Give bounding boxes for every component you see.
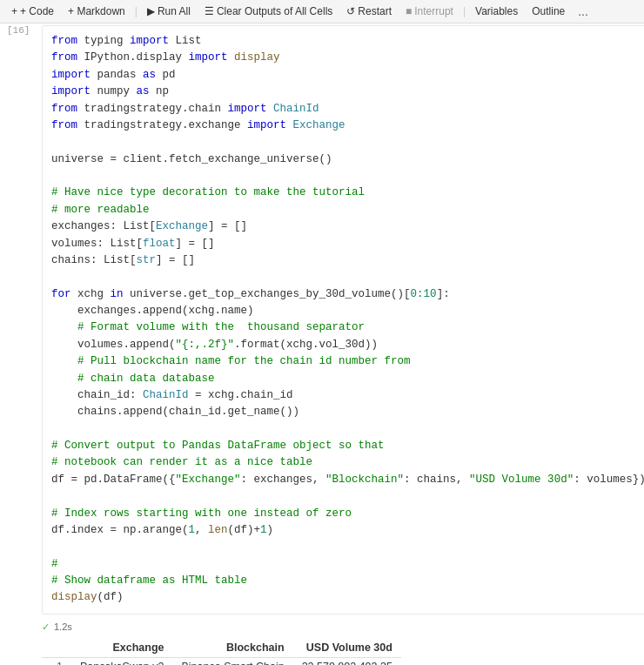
col-header-exchange: Exchange [71,638,173,658]
interrupt-icon: ■ [406,5,412,17]
variables-label: Variables [475,5,518,17]
markdown-label: + Markdown [68,5,125,17]
outline-button[interactable]: Outline [527,3,569,19]
plus-icon: + [11,5,17,17]
variables-button[interactable]: Variables [471,3,522,19]
cell-execution-count: [16] [0,24,35,36]
run-all-button[interactable]: ▶ Run All [143,3,195,19]
interrupt-button[interactable]: ■ Interrupt [401,3,458,19]
add-code-button[interactable]: + + Code [7,3,58,19]
output-status: ✓ 1.2s [35,620,644,635]
check-icon: ✓ [42,621,50,633]
clear-icon: ☰ [205,5,214,17]
separator-2: | [463,5,466,17]
execution-time: 1.2s [54,621,72,632]
restart-label: Restart [358,5,392,17]
outline-label: Outline [532,5,565,17]
restart-button[interactable]: ↺ Restart [342,3,396,19]
data-table: Exchange Blockchain USD Volume 30d 1Panc… [42,638,401,665]
toolbar: + + Code + Markdown | ▶ Run All ☰ Clear … [0,0,644,24]
code-label: + Code [20,5,54,17]
clear-outputs-button[interactable]: ☰ Clear Outputs of All Cells [200,3,337,19]
output-area: ✓ 1.2s Exchange Blockchain USD Volume 30… [0,616,644,665]
cell-volume: 22,570,802,493.35 [293,657,401,665]
cell-blockchain: Binance Smart Chain [173,657,293,665]
separator-1: | [135,5,138,17]
clear-outputs-label: Clear Outputs of All Cells [217,5,332,17]
run-all-label: Run All [158,5,191,17]
col-header-idx [42,638,71,658]
play-icon: ▶ [147,5,155,17]
col-header-volume: USD Volume 30d [293,638,401,658]
more-options-button[interactable]: ... [574,4,592,18]
cell-code-content[interactable]: from typing import List from IPython.dis… [35,24,644,616]
code-editor[interactable]: from typing import List from IPython.dis… [42,25,644,615]
restart-icon: ↺ [346,5,355,17]
code-cell-area: [16] from typing import List from IPytho… [0,24,644,665]
execution-count-label: [16] [7,25,30,36]
interrupt-label: Interrupt [414,5,453,17]
output-table-wrapper: Exchange Blockchain USD Volume 30d 1Panc… [35,635,644,665]
col-header-blockchain: Blockchain [173,638,293,658]
table-row: 1PancakeSwap v2Binance Smart Chain22,570… [42,657,401,665]
table-body: 1PancakeSwap v2Binance Smart Chain22,570… [42,657,401,665]
table-header: Exchange Blockchain USD Volume 30d [42,638,401,658]
cell-idx: 1 [42,657,71,665]
add-markdown-button[interactable]: + Markdown [64,3,130,19]
cell-exchange: PancakeSwap v2 [71,657,173,665]
